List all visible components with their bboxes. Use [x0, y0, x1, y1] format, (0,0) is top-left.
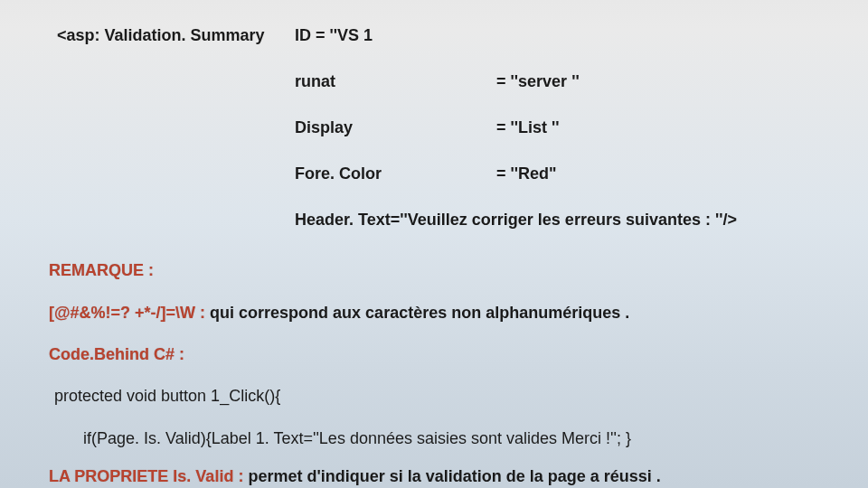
code-row-3-col-3: = ''List ''	[496, 118, 560, 137]
codebehind-heading: Code.Behind C# :	[49, 345, 184, 364]
slide: <asp: Validation. Summary ID = ''VS 1 ru…	[0, 0, 868, 488]
code-row-4-col-3: = ''Red"	[496, 164, 557, 183]
regex-note-lead: [@#&%!=? +*-/]=\W :	[49, 304, 210, 322]
code-row-2-col-2: runat	[295, 72, 335, 91]
code-row-1-col-1: <asp: Validation. Summary	[57, 26, 265, 45]
property-note-rest: permet d'indiquer si la validation de la…	[248, 467, 660, 485]
regex-note: [@#&%!=? +*-/]=\W : qui correspond aux c…	[49, 304, 629, 323]
code-row-3-col-2: Display	[295, 118, 353, 137]
remarque-heading: REMARQUE :	[49, 261, 154, 280]
property-note-lead: LA PROPRIETE Is. Valid :	[49, 467, 248, 485]
code-row-2-col-3: = ''server ''	[496, 72, 580, 91]
property-note: LA PROPRIETE Is. Valid : permet d'indiqu…	[49, 467, 661, 486]
code-row-4-col-2: Fore. Color	[295, 164, 382, 183]
code-line-1: protected void button 1_Click(){	[54, 387, 280, 406]
regex-note-rest: qui correspond aux caractères non alphan…	[210, 304, 629, 322]
code-row-1-col-2: ID = ''VS 1	[295, 26, 373, 45]
code-line-2: if(Page. Is. Valid){Label 1. Text=''Les …	[83, 429, 631, 448]
code-row-5-col-2: Header. Text=''Veuillez corriger les err…	[295, 211, 737, 230]
